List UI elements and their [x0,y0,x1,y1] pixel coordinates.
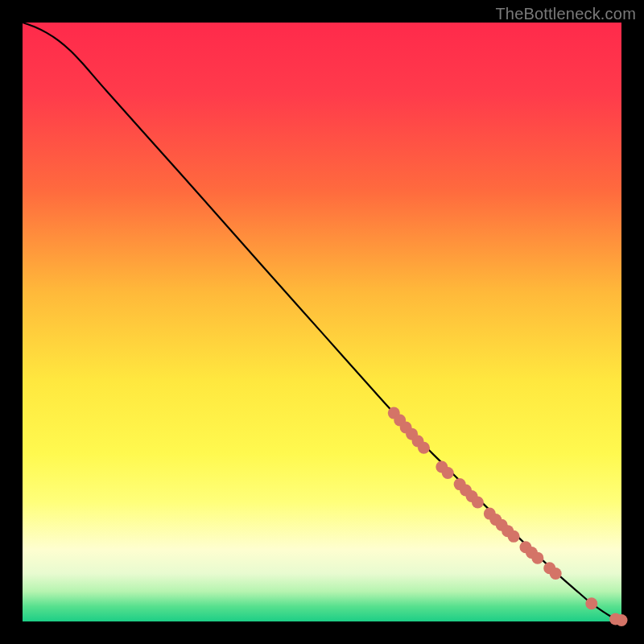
data-point-marker [616,614,628,626]
plot-background [23,23,621,621]
chart-stage: TheBottleneck.com [0,0,644,644]
data-point-marker [550,568,562,580]
data-point-marker [418,442,430,454]
data-point-marker [442,467,454,479]
data-point-marker [531,552,543,564]
data-point-marker [585,597,597,609]
watermark-text: TheBottleneck.com [495,5,636,23]
data-point-marker [508,530,520,543]
data-point-marker [472,496,484,508]
chart-svg [0,0,644,644]
